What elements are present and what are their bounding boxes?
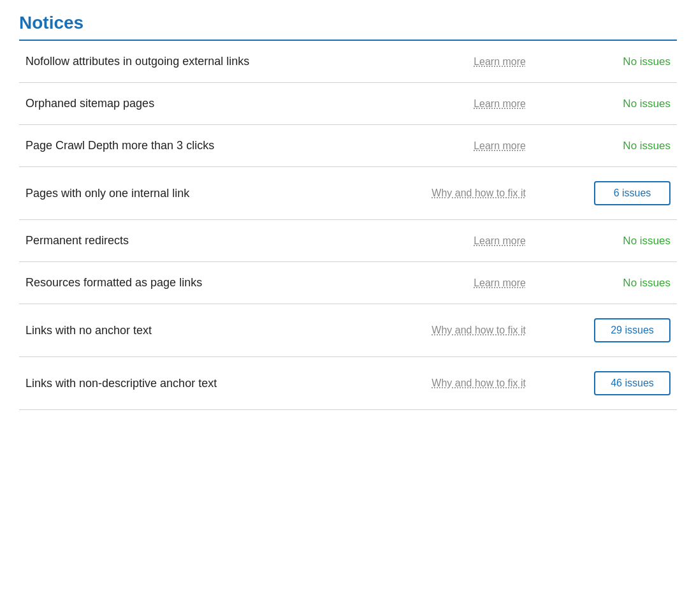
row-link-no-anchor[interactable]: Why and how to fix it <box>388 304 532 357</box>
table-row: Links with no anchor textWhy and how to … <box>19 304 677 357</box>
table-row: Links with non-descriptive anchor textWh… <box>19 357 677 410</box>
no-issues-badge-resources-page-links: No issues <box>623 277 671 289</box>
learn-more-link-nofollow[interactable]: Learn more <box>474 56 526 67</box>
row-status-permanent-redirects: No issues <box>532 220 677 262</box>
issues-badge-non-descriptive-anchor[interactable]: 46 issues <box>594 371 671 395</box>
table-row: Orphaned sitemap pagesLearn moreNo issue… <box>19 83 677 125</box>
row-link-orphaned[interactable]: Learn more <box>388 83 532 125</box>
table-row: Page Crawl Depth more than 3 clicksLearn… <box>19 125 677 167</box>
row-status-resources-page-links: No issues <box>532 262 677 304</box>
learn-more-link-resources-page-links[interactable]: Learn more <box>474 277 526 288</box>
table-row: Permanent redirectsLearn moreNo issues <box>19 220 677 262</box>
no-issues-badge-permanent-redirects: No issues <box>623 235 671 247</box>
row-link-non-descriptive-anchor[interactable]: Why and how to fix it <box>388 357 532 410</box>
learn-more-link-orphaned[interactable]: Learn more <box>474 98 526 109</box>
row-status-non-descriptive-anchor[interactable]: 46 issues <box>532 357 677 410</box>
row-name-orphaned: Orphaned sitemap pages <box>19 83 388 125</box>
learn-more-link-crawl-depth[interactable]: Learn more <box>474 140 526 151</box>
row-name-permanent-redirects: Permanent redirects <box>19 220 388 262</box>
row-name-resources-page-links: Resources formatted as page links <box>19 262 388 304</box>
why-fix-link-non-descriptive-anchor[interactable]: Why and how to fix it <box>431 378 526 388</box>
row-link-crawl-depth[interactable]: Learn more <box>388 125 532 167</box>
table-row: Nofollow attributes in outgoing external… <box>19 41 677 83</box>
row-status-no-anchor[interactable]: 29 issues <box>532 304 677 357</box>
no-issues-badge-crawl-depth: No issues <box>623 140 671 152</box>
table-row: Resources formatted as page linksLearn m… <box>19 262 677 304</box>
row-status-crawl-depth: No issues <box>532 125 677 167</box>
no-issues-badge-nofollow: No issues <box>623 55 671 68</box>
row-name-nofollow: Nofollow attributes in outgoing external… <box>19 41 388 83</box>
notices-table: Nofollow attributes in outgoing external… <box>19 41 677 410</box>
row-link-nofollow[interactable]: Learn more <box>388 41 532 83</box>
row-status-orphaned: No issues <box>532 83 677 125</box>
row-status-one-internal[interactable]: 6 issues <box>532 167 677 220</box>
row-link-one-internal[interactable]: Why and how to fix it <box>388 167 532 220</box>
why-fix-link-one-internal[interactable]: Why and how to fix it <box>431 187 526 198</box>
row-name-crawl-depth: Page Crawl Depth more than 3 clicks <box>19 125 388 167</box>
row-link-permanent-redirects[interactable]: Learn more <box>388 220 532 262</box>
table-row: Pages with only one internal linkWhy and… <box>19 167 677 220</box>
row-link-resources-page-links[interactable]: Learn more <box>388 262 532 304</box>
no-issues-badge-orphaned: No issues <box>623 98 671 110</box>
row-name-no-anchor: Links with no anchor text <box>19 304 388 357</box>
issues-badge-one-internal[interactable]: 6 issues <box>594 181 671 205</box>
learn-more-link-permanent-redirects[interactable]: Learn more <box>474 235 526 246</box>
row-name-one-internal: Pages with only one internal link <box>19 167 388 220</box>
row-status-nofollow: No issues <box>532 41 677 83</box>
page-title: Notices <box>19 13 677 33</box>
issues-badge-no-anchor[interactable]: 29 issues <box>594 318 671 342</box>
why-fix-link-no-anchor[interactable]: Why and how to fix it <box>431 325 526 335</box>
row-name-non-descriptive-anchor: Links with non-descriptive anchor text <box>19 357 388 410</box>
